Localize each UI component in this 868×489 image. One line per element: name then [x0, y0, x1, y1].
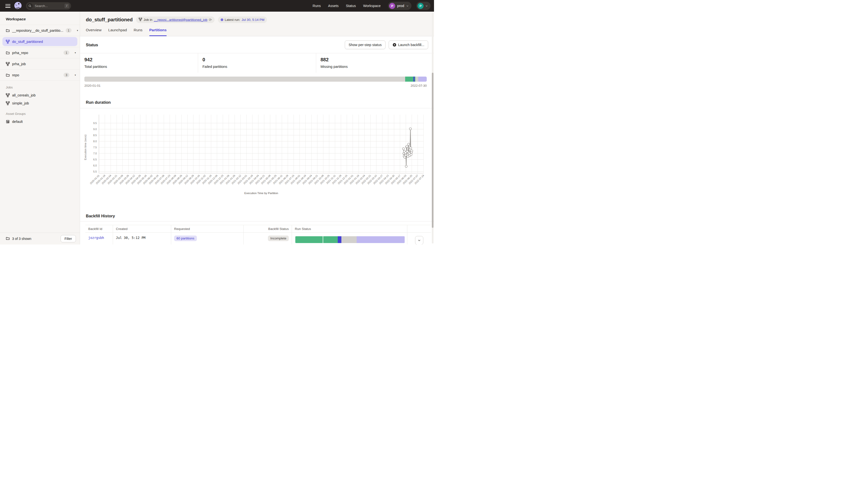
partition-stats: 942Total partitions0Failed partitions882…: [80, 53, 434, 73]
backfill-status-cell: Incomplete: [244, 233, 292, 244]
run-status-bar[interactable]: [295, 236, 405, 243]
nav-link-status[interactable]: Status: [346, 4, 356, 8]
user-avatar: P: [417, 3, 424, 9]
folder-icon: [6, 29, 10, 32]
job-icon: [6, 62, 10, 66]
tab-launchpad[interactable]: Launchpad: [108, 28, 127, 36]
job-origin-link[interactable]: __reposi...artitioned@partitioned_job: [154, 18, 207, 22]
reload-icon[interactable]: ⟳: [209, 18, 212, 22]
bar-segment: [341, 236, 356, 243]
run-status-dot: [221, 19, 223, 21]
job-origin-tag: Job in __reposi...artitioned@partitioned…: [136, 17, 214, 23]
backfill-id-link[interactable]: jozrgsbh: [88, 236, 104, 240]
page-scrollbar[interactable]: [432, 73, 434, 228]
run-duration-chart[interactable]: 2020-01-012020-01-182020-02-042020-02-21…: [83, 112, 427, 196]
chevron-down-icon: [406, 5, 409, 7]
svg-text:5.5: 5.5: [93, 170, 97, 173]
run-duration-heading: Run duration: [80, 97, 434, 108]
workspace-sidebar: Workspace __repository__do_stuff_partiti…: [0, 12, 80, 244]
column-header-backfill-status: Backfill Status: [244, 225, 292, 232]
sidebar-section-label: Jobs: [0, 81, 80, 91]
job-origin-prefix: Job in: [144, 18, 152, 22]
partitions-content: Status Show per-step status Launch backf…: [80, 36, 434, 244]
backfill-id-cell: jozrgsbh: [85, 233, 113, 244]
search-shortcut-key: /: [64, 4, 69, 8]
latest-run-link[interactable]: Jul 30, 5:14 PM: [242, 18, 265, 22]
tab-partitions[interactable]: Partitions: [149, 28, 166, 36]
tab-overview[interactable]: Overview: [86, 28, 101, 36]
dagster-logo-icon[interactable]: [14, 2, 22, 10]
folder-icon: [6, 236, 10, 241]
sidebar-item-label: __repository__do_stuff_partitio...: [12, 29, 63, 32]
svg-text:7.5: 7.5: [93, 146, 97, 149]
search-placeholder: Search...: [35, 4, 64, 8]
count-badge: 1: [66, 28, 71, 33]
stat-value: 0: [203, 57, 316, 63]
job-icon: [6, 93, 10, 97]
bar-segment: [415, 76, 418, 82]
shown-count: 3 of 3 shown: [12, 237, 31, 240]
sidebar-item-prha-job[interactable]: prha_job: [0, 58, 80, 69]
sidebar-item-simple-job[interactable]: simple_job: [0, 99, 80, 107]
table-row: jozrgsbhJul 30, 5:12 PM60 partitions2020…: [85, 233, 431, 244]
sidebar-item-label: prha_job: [12, 62, 26, 66]
show-per-step-status-button[interactable]: Show per-step status: [345, 40, 385, 49]
bar-segment: [323, 236, 338, 243]
count-badge: 1: [64, 51, 69, 55]
sidebar-title: Workspace: [0, 12, 80, 25]
table-header-row: Backfill IdCreatedRequestedBackfill Stat…: [85, 225, 431, 233]
sidebar-item-repo[interactable]: repo3▾: [0, 70, 80, 80]
actions-cell: [407, 233, 431, 244]
partition-status-bar[interactable]: [84, 76, 427, 82]
filter-button[interactable]: Filter: [61, 235, 76, 242]
bar-segment: [405, 76, 413, 82]
nav-link-runs[interactable]: Runs: [313, 4, 321, 8]
svg-text:7.0: 7.0: [93, 152, 97, 155]
requested-partitions-badge[interactable]: 60 partitions: [174, 235, 197, 241]
sidebar-item--repository-do-stuff-partitio-[interactable]: __repository__do_stuff_partitio...1▾: [0, 25, 80, 36]
column-header-backfill-id: Backfill Id: [85, 225, 113, 232]
created-cell: Jul 30, 5:12 PM: [113, 233, 171, 244]
caret-down-icon[interactable]: ▾: [75, 74, 76, 76]
deployment-switcher[interactable]: P prod: [388, 2, 411, 10]
job-tabs: OverviewLaunchpadRunsPartitions: [86, 28, 428, 36]
caret-down-icon[interactable]: ▾: [75, 52, 76, 54]
caret-down-icon[interactable]: ▾: [77, 29, 78, 32]
sidebar-item-all-cereals-job[interactable]: all_cereals_job: [0, 91, 80, 99]
partition-bar-range: 2020-01-01 2022-07-30: [84, 84, 427, 88]
folder-icon: [6, 51, 10, 55]
sidebar-item-default[interactable]: default: [0, 118, 80, 126]
sidebar-item-do-stuff-partitioned[interactable]: do_stuff_partitioned: [2, 37, 78, 46]
user-menu[interactable]: P: [416, 2, 431, 10]
launch-backfill-button[interactable]: Launch backfill...: [389, 40, 428, 49]
stat-label: Total partitions: [84, 65, 198, 69]
expand-row-button[interactable]: [415, 236, 423, 244]
stat-value: 942: [84, 57, 198, 63]
svg-text:Execution Time by Partition: Execution Time by Partition: [244, 192, 278, 195]
partition-range-start: 2020-01-01: [84, 84, 101, 88]
sidebar-item-label: all_cereals_job: [12, 93, 36, 97]
search-icon: [27, 3, 33, 9]
page-title: do_stuff_partitioned: [86, 17, 133, 23]
job-header: do_stuff_partitioned Job in __reposi...a…: [80, 12, 434, 36]
tab-runs[interactable]: Runs: [133, 28, 142, 36]
app: Search... / RunsAssetsStatusWorkspace P …: [0, 0, 434, 244]
stat-value: 882: [320, 57, 434, 63]
sidebar-item-prha-repo[interactable]: prha_repo1▾: [0, 47, 80, 58]
sidebar-item-label: prha_repo: [12, 51, 28, 55]
main-panel: do_stuff_partitioned Job in __reposi...a…: [80, 12, 434, 244]
svg-text:Execution time (secs): Execution time (secs): [84, 134, 87, 160]
status-heading: Status: [86, 43, 98, 47]
menu-icon[interactable]: [5, 4, 10, 8]
backfill-history-heading: Backfill History: [80, 210, 434, 222]
backfill-history-table: Backfill IdCreatedRequestedBackfill Stat…: [85, 225, 431, 244]
nav-link-assets[interactable]: Assets: [328, 4, 339, 8]
bar-segment: [84, 76, 405, 82]
nav-link-workspace[interactable]: Workspace: [363, 4, 381, 8]
search-input[interactable]: Search... /: [26, 2, 71, 10]
job-icon: [6, 40, 10, 44]
backfill-status-badge: Incomplete: [268, 235, 289, 241]
deployment-label: prod: [397, 4, 404, 8]
top-nav: Search... / RunsAssetsStatusWorkspace P …: [0, 0, 434, 12]
job-icon: [139, 18, 142, 22]
